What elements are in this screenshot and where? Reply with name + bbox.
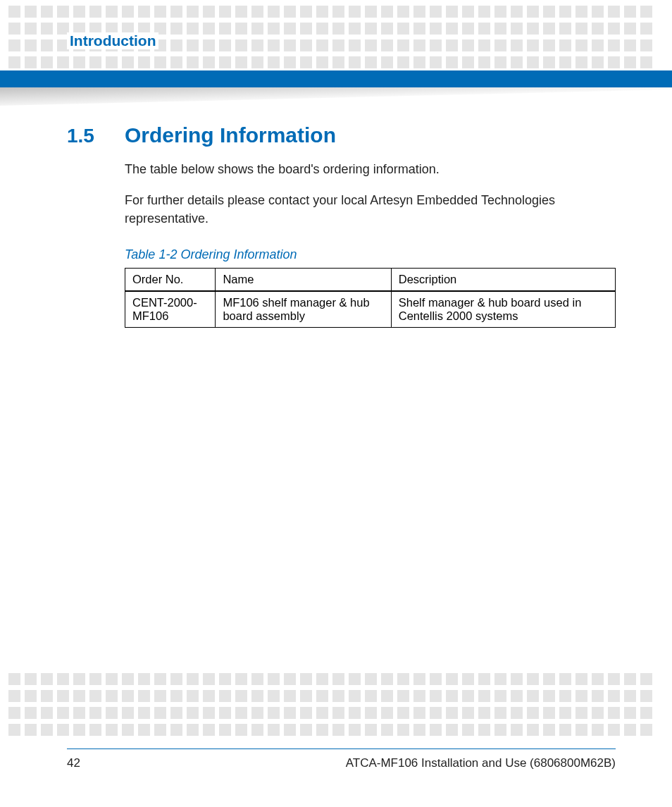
cell-order-no: CENT-2000-MF106: [125, 291, 216, 328]
ordering-table: Order No. Name Description CENT-2000-MF1…: [125, 268, 616, 328]
page-content: 1.5 Ordering Information The table below…: [67, 123, 616, 328]
cell-description: Shelf manager & hub board used in Centel…: [391, 291, 615, 328]
col-name: Name: [216, 269, 391, 292]
table-row: CENT-2000-MF106 MF106 shelf manager & hu…: [125, 291, 616, 328]
paragraph-2: For further details please contact your …: [125, 191, 616, 228]
footer-background: [0, 737, 672, 807]
paragraph-1: The table below shows the board's orderi…: [125, 160, 616, 178]
col-order-no: Order No.: [125, 269, 216, 292]
header-wedge: [0, 87, 672, 106]
doc-title: ATCA-MF106 Installation and Use (6806800…: [346, 756, 616, 770]
table-caption: Table 1-2 Ordering Information: [125, 247, 616, 262]
table-header-row: Order No. Name Description: [125, 269, 616, 292]
chapter-title: Introduction: [67, 32, 158, 49]
section-title: Ordering Information: [125, 123, 336, 147]
footer-dot-pattern: [0, 673, 672, 737]
section-heading: 1.5 Ordering Information: [67, 123, 616, 147]
section-number: 1.5: [67, 125, 125, 147]
col-description: Description: [391, 269, 615, 292]
header-blue-bar: [0, 70, 672, 87]
cell-name: MF106 shelf manager & hub board assembly: [216, 291, 391, 328]
page-number: 42: [67, 756, 80, 770]
page-footer: 42 ATCA-MF106 Installation and Use (6806…: [67, 749, 616, 770]
